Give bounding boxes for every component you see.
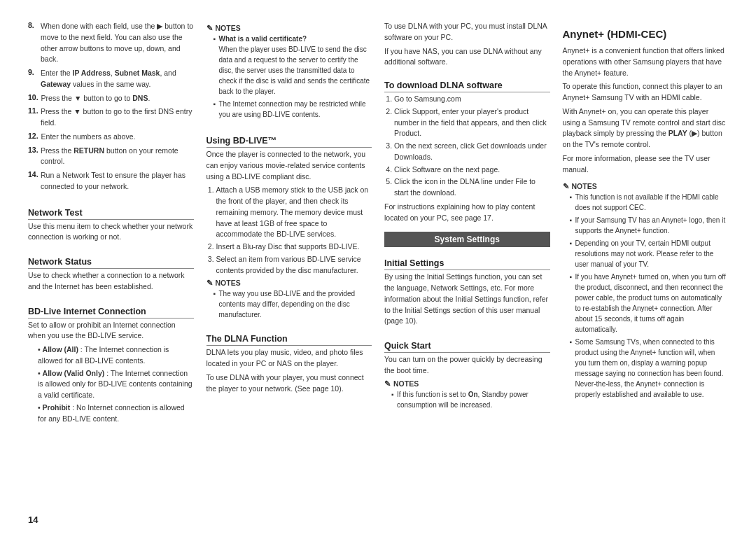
column-2: ✎ NOTES What is a valid certificate? Whe… — [206, 21, 372, 525]
download-dlna-title: To download DLNA software — [384, 80, 550, 92]
anynet-note-1: This function is not available if the HD… — [570, 192, 729, 213]
anynet-note-5: Some Samsung TVs, when connected to this… — [570, 337, 729, 400]
bdlive-notes: ✎ NOTES The way you use BD-LIVE and the … — [206, 279, 372, 320]
bdlive-notes-header: ✎ NOTES — [206, 279, 372, 287]
quick-start-notes: ✎ NOTES If this function is set to On, S… — [384, 379, 550, 410]
bd-live-title: BD-Live Internet Connection — [28, 307, 194, 318]
anynet-body1: To operate this function, connect this p… — [563, 81, 729, 104]
using-bdlive-section: Using BD-LIVE™ Once the player is connec… — [206, 129, 372, 323]
bdlive-step-2: Insert a Blu-ray Disc that supports BD-L… — [216, 241, 372, 253]
notes-top-item-1: What is a valid certificate? When the pl… — [214, 34, 372, 97]
bd-live-bullet-1: Allow (All) : The Internet connection is… — [32, 344, 194, 367]
quick-start-section: Quick Start You can turn on the power qu… — [384, 334, 550, 413]
intro-item-12: 12. Enter the numbers as above. — [28, 132, 194, 143]
intro-item-14: 14. Run a Network Test to ensure the pla… — [28, 170, 194, 192]
column-3: To use DLNA with your PC, you must insta… — [384, 21, 550, 525]
anynet-note-2: If your Samsung TV has an Anynet+ logo, … — [570, 215, 729, 236]
bd-live-section: BD-Live Internet Connection Set to allow… — [28, 300, 194, 428]
notes-icon-2: ✎ — [206, 279, 213, 287]
intro-item-10: 10. Press the ▼ button to go to DNS. — [28, 93, 194, 104]
quick-start-notes-header: ✎ NOTES — [384, 379, 550, 388]
intro-item-13: 13. Press the RETURN button on your remo… — [28, 146, 194, 168]
initial-settings-body: By using the Initial Settings function, … — [384, 272, 550, 327]
notes-icon-4: ✎ — [563, 182, 569, 190]
anynet-notes-header: ✎ NOTES — [563, 182, 729, 190]
dlna-step-1: Go to Samsung.com — [394, 94, 550, 105]
notes-icon: ✎ — [206, 24, 213, 32]
anynet-notes: ✎ NOTES This function is not available i… — [563, 182, 729, 402]
initial-settings-title: Initial Settings — [384, 258, 550, 270]
download-dlna-section: To download DLNA software Go to Samsung.… — [384, 74, 550, 226]
intro-list: 8. When done with each field, use the ▶ … — [28, 21, 194, 195]
network-status-body: Use to check whether a connection to a n… — [28, 270, 194, 293]
quick-start-title: Quick Start — [384, 341, 550, 353]
initial-settings-section: Initial Settings By using the Initial Se… — [384, 251, 550, 330]
using-bdlive-title: Using BD-LIVE™ — [206, 136, 372, 148]
dlna-footer: For instructions explaining how to play … — [384, 202, 550, 224]
network-test-title: Network Test — [28, 208, 194, 220]
bdlive-step-1: Attach a USB memory stick to the USB jac… — [216, 185, 372, 240]
column-1: 8. When done with each field, use the ▶ … — [28, 21, 194, 525]
bd-live-body: Set to allow or prohibit an Internet con… — [28, 320, 194, 342]
network-status-title: Network Status — [28, 257, 194, 269]
quick-start-notes-list: If this function is set to On, Standby p… — [384, 389, 550, 410]
bdlive-note-1: The way you use BD-LIVE and the provided… — [214, 288, 372, 320]
intro-item-8: 8. When done with each field, use the ▶ … — [28, 21, 194, 65]
bdlive-notes-list: The way you use BD-LIVE and the provided… — [206, 288, 372, 320]
dlna-pc-intro: To use DLNA with your PC, you must insta… — [384, 21, 550, 43]
dlna-function-section: The DLNA Function DLNA lets you play mus… — [206, 327, 372, 397]
column-4: Anynet+ (HDMI-CEC) Anynet+ is a convenie… — [563, 21, 729, 525]
using-bdlive-intro: Once the player is connected to the netw… — [206, 149, 372, 182]
anynet-note-4: If you have Anynet+ turned on, when you … — [570, 272, 729, 335]
dlna-step-3: On the next screen, click Get downloads … — [394, 141, 550, 163]
notes-top: ✎ NOTES What is a valid certificate? Whe… — [206, 24, 372, 122]
bd-live-bullet-3: Prohibit : No Internet connection is all… — [32, 402, 194, 425]
bd-live-bullet-2: Allow (Valid Only) : The Internet connec… — [32, 368, 194, 401]
network-test-section: Network Test Use this menu item to check… — [28, 201, 194, 246]
notes-icon-3: ✎ — [384, 379, 391, 388]
dlna-step-4: Click Software on the next page. — [394, 164, 550, 176]
network-test-body: Use this menu item to check whether your… — [28, 221, 194, 244]
download-dlna-steps: Go to Samsung.com Click Support, enter y… — [384, 94, 550, 199]
anynet-body3: For more information, please see the TV … — [563, 153, 729, 176]
page-number: 14 — [28, 514, 38, 525]
notes-top-header: ✎ NOTES — [206, 24, 372, 32]
network-status-section: Network Status Use to check whether a co… — [28, 250, 194, 295]
dlna-nas-note: If you have NAS, you can use DLNA withou… — [384, 46, 550, 69]
bdlive-step-3: Select an item from various BD-LIVE serv… — [216, 254, 372, 276]
anynet-notes-list: This function is not available if the HD… — [563, 192, 729, 400]
notes-top-list: What is a valid certificate? When the pl… — [206, 34, 372, 120]
intro-item-9: 9. Enter the IP Address, Subnet Mask, an… — [28, 68, 194, 90]
dlna-step-5: Click the icon in the DLNA line under Fi… — [394, 176, 550, 199]
system-settings-bar: System Settings — [384, 232, 550, 247]
dlna-function-title: The DLNA Function — [206, 334, 372, 346]
anynet-body2: With Anynet+ on, you can operate this pl… — [563, 106, 729, 150]
quick-start-note-1: If this function is set to On, Standby p… — [391, 389, 550, 410]
using-bdlive-steps: Attach a USB memory stick to the USB jac… — [206, 185, 372, 276]
anynet-intro: Anynet+ is a convenient function that of… — [563, 46, 729, 78]
anynet-title: Anynet+ (HDMI-CEC) — [563, 28, 729, 41]
intro-item-11: 11. Press the ▼ button to go to the firs… — [28, 106, 194, 129]
dlna-function-extra: To use DLNA with your player, you must c… — [206, 372, 372, 395]
dlna-step-2: Click Support, enter your player's produ… — [394, 106, 550, 139]
bd-live-bullets: Allow (All) : The Internet connection is… — [28, 344, 194, 424]
anynet-note-3: Depending on your TV, certain HDMI outpu… — [570, 238, 729, 270]
dlna-function-body: DLNA lets you play music, video, and pho… — [206, 347, 372, 370]
quick-start-body: You can turn on the power quickly by dec… — [384, 354, 550, 377]
notes-top-item-2: The Internet connection may be restricte… — [214, 99, 372, 120]
